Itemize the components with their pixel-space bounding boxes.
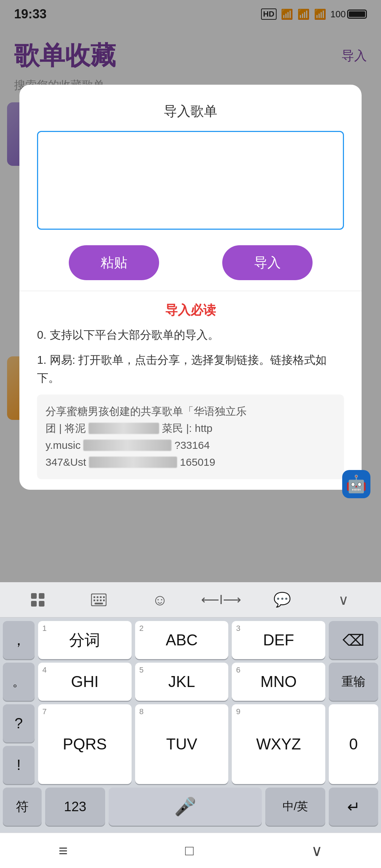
- key-comma[interactable]: ，: [3, 621, 35, 659]
- toolbar-collapse-icon[interactable]: ∨: [327, 589, 359, 610]
- dialog-title: 导入歌单: [37, 102, 344, 120]
- keyboard-main: ， 1 分词 2 ABC 3 DEF ⌫ 。 4: [0, 617, 381, 833]
- key-2-abc[interactable]: 2 ABC: [135, 621, 229, 659]
- key-7-label: PQRS: [63, 735, 107, 753]
- key-1-label: 分词: [69, 630, 100, 651]
- key-row-3: ? ! 7 PQRS 8 TUV 9 WXYZ 0: [3, 704, 378, 784]
- svg-rect-10: [97, 599, 98, 601]
- key-reenter-label: 重输: [341, 674, 365, 690]
- nav-menu-icon[interactable]: ≡: [59, 842, 68, 860]
- key-5-label: JKL: [168, 673, 195, 691]
- svg-rect-0: [31, 593, 37, 599]
- svg-rect-1: [39, 593, 44, 599]
- toolbar-apps-icon[interactable]: [22, 589, 54, 610]
- key-period-label: 。: [12, 673, 25, 691]
- import-button[interactable]: 导入: [222, 245, 313, 280]
- key-lang-label: 中/英: [283, 799, 308, 814]
- key-2-num: 2: [139, 624, 144, 633]
- toolbar-keyboard-icon[interactable]: [83, 589, 115, 610]
- key-5-jkl[interactable]: 5 JKL: [135, 663, 229, 701]
- dialog-input[interactable]: [37, 131, 344, 230]
- key-fu-label: 符: [16, 798, 29, 815]
- key-1-fenCI[interactable]: 1 分词: [38, 621, 132, 659]
- paste-button[interactable]: 粘贴: [69, 245, 159, 280]
- key-delete-label: ⌫: [343, 631, 364, 649]
- key-exclaim-label: !: [17, 757, 21, 773]
- toolbar-cursor-icon[interactable]: ⟵I⟶: [205, 589, 237, 610]
- svg-rect-6: [97, 596, 98, 598]
- key-123[interactable]: 123: [45, 788, 105, 826]
- example-line-2: 团 | 将泥 菜民 |: http: [46, 420, 335, 437]
- key-enter-label: ↵: [347, 798, 360, 816]
- key-reenter[interactable]: 重输: [329, 663, 378, 701]
- key-5-num: 5: [139, 665, 144, 675]
- key-4-ghi[interactable]: 4 GHI: [38, 663, 132, 701]
- key-6-mno[interactable]: 6 MNO: [232, 663, 325, 701]
- bottom-nav: ≡ □ ∨: [0, 833, 381, 868]
- toolbar-clipboard-icon[interactable]: 💬: [266, 589, 298, 610]
- key-fu[interactable]: 符: [3, 788, 42, 826]
- dialog-buttons: 粘贴 导入: [37, 245, 344, 280]
- key-8-label: TUV: [166, 735, 197, 753]
- toolbar-emoji-icon[interactable]: ☺: [144, 589, 176, 610]
- import-dialog: 导入歌单 粘贴 导入 导入必读 0. 支持以下平台大部分歌单的导入。 1. 网易…: [19, 85, 362, 490]
- example-line-3: y.music ?33164: [46, 437, 335, 454]
- key-7-num: 7: [42, 707, 47, 716]
- keyboard-toolbar: ☺ ⟵I⟶ 💬 ∨: [0, 582, 381, 617]
- svg-rect-9: [93, 599, 95, 601]
- notice-example: 分享蜜糖男孩创建的共享歌单「华语独立乐 团 | 将泥 菜民 |: http y.…: [37, 394, 344, 479]
- key-question-label: ?: [14, 715, 23, 732]
- key-period[interactable]: 。: [3, 663, 35, 701]
- key-3-num: 3: [236, 624, 240, 633]
- key-123-label: 123: [64, 799, 86, 814]
- key-row-1: ， 1 分词 2 ABC 3 DEF ⌫: [3, 621, 378, 659]
- key-exclaim[interactable]: !: [3, 746, 35, 784]
- notice-line-1: 1. 网易: 打开歌单，点击分享，选择复制链接。链接格式如下。: [37, 351, 344, 387]
- key-9-num: 9: [236, 707, 240, 716]
- svg-rect-8: [103, 596, 105, 598]
- mic-icon: 🎤: [174, 796, 196, 817]
- key-6-num: 6: [236, 665, 240, 675]
- key-7-pqrs[interactable]: 7 PQRS: [38, 704, 132, 784]
- key-0-label: 0: [349, 735, 358, 753]
- svg-rect-3: [39, 601, 44, 607]
- keyboard[interactable]: ☺ ⟵I⟶ 💬 ∨ ， 1 分词 2 ABC 3 DEF ⌫: [0, 582, 381, 868]
- key-question[interactable]: ?: [3, 704, 35, 742]
- key-2-label: ABC: [166, 631, 198, 649]
- notice-line-0: 0. 支持以下平台大部分歌单的导入。: [37, 326, 344, 344]
- svg-rect-5: [93, 596, 95, 598]
- notice-title: 导入必读: [37, 302, 344, 319]
- key-enter[interactable]: ↵: [329, 788, 378, 826]
- assistant-icon[interactable]: 🤖: [342, 470, 370, 498]
- example-line-1: 分享蜜糖男孩创建的共享歌单「华语独立乐: [46, 403, 335, 420]
- svg-rect-12: [103, 599, 105, 601]
- svg-rect-2: [31, 601, 37, 607]
- key-9-label: WXYZ: [256, 735, 301, 753]
- example-line-4: 347&Ust 165019: [46, 454, 335, 471]
- svg-rect-11: [100, 599, 102, 601]
- key-3-label: DEF: [263, 631, 294, 649]
- key-9-wxyz[interactable]: 9 WXYZ: [232, 704, 325, 784]
- key-lang[interactable]: 中/英: [265, 788, 325, 826]
- key-symbols-col: ? !: [3, 704, 35, 784]
- nav-home-icon[interactable]: □: [185, 843, 194, 858]
- key-comma-label: ，: [11, 630, 26, 650]
- key-6-label: MNO: [260, 673, 297, 691]
- key-space[interactable]: 🎤: [109, 788, 262, 826]
- nav-back-icon[interactable]: ∨: [311, 842, 322, 860]
- key-1-num: 1: [42, 624, 47, 633]
- key-8-tuv[interactable]: 8 TUV: [135, 704, 229, 784]
- import-notice: 导入必读 0. 支持以下平台大部分歌单的导入。 1. 网易: 打开歌单，点击分享…: [37, 291, 344, 490]
- key-row-2: 。 4 GHI 5 JKL 6 MNO 重输: [3, 663, 378, 701]
- key-0[interactable]: 0: [329, 704, 378, 784]
- svg-rect-13: [95, 603, 103, 604]
- svg-rect-7: [100, 596, 102, 598]
- key-delete[interactable]: ⌫: [329, 621, 378, 659]
- key-row-4: 符 123 🎤 中/英 ↵: [3, 788, 378, 826]
- key-4-num: 4: [42, 665, 47, 675]
- key-8-num: 8: [139, 707, 144, 716]
- key-4-label: GHI: [71, 673, 98, 691]
- key-3-def[interactable]: 3 DEF: [232, 621, 325, 659]
